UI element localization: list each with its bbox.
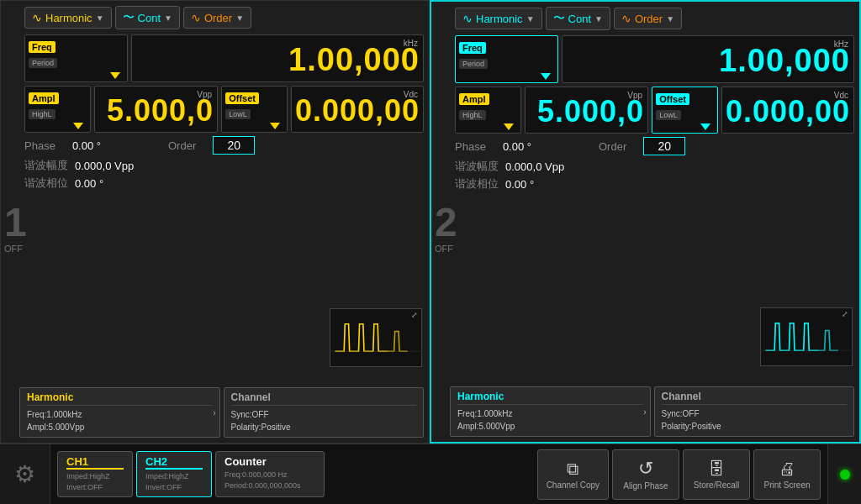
- ch2-tab[interactable]: CH2 Imped:HighZ Invert:OFF: [136, 451, 212, 496]
- print-screen-button[interactable]: 🖨 Print Screen: [753, 449, 821, 500]
- ch1-harmonic-phase-row: 谐波相位 0.00 °: [24, 176, 424, 191]
- channel-2-panel: 2 OFF ∿ Harmonic ▼ 〜 Cont ▼ ∿: [430, 0, 861, 444]
- ch1-channel-card[interactable]: Channel Sync:OFF Polarity:Positive: [224, 387, 425, 438]
- ch1-waveform-preview[interactable]: ⤢: [330, 308, 422, 367]
- ch2-freq-block[interactable]: Freq Period: [455, 35, 558, 83]
- ch1-offset-unit: Vdc: [404, 90, 418, 99]
- channel-tabs: CH1 Imped:HighZ Invert:OFF CH2 Imped:Hig…: [50, 448, 331, 500]
- store-recall-icon: 🗄: [708, 459, 725, 479]
- align-phase-icon: ↺: [638, 458, 653, 480]
- ch2-offset-unit: Vdc: [834, 91, 848, 100]
- channels-row: 1 OFF ∿ Harmonic ▼ 〜 Cont ▼ ∿: [0, 0, 861, 444]
- ch2-card1-title: Harmonic: [457, 391, 643, 405]
- gear-button[interactable]: ⚙: [0, 444, 50, 505]
- ch2-waveform-preview[interactable]: ⤢: [760, 307, 853, 366]
- ch1-cont-icon: 〜: [123, 10, 135, 25]
- ch1-freq-number: 1.00,000: [135, 42, 420, 78]
- ch2-offset-number: 0.000,00: [726, 94, 850, 129]
- ch1-wave-icon: ∿: [32, 11, 42, 24]
- channel-2-content: ∿ Harmonic ▼ 〜 Cont ▼ ∿ Order ▼: [455, 7, 854, 192]
- ch2-ampl-value-block[interactable]: Vpp 5.000,0: [525, 87, 648, 134]
- ch1-harmonic-ampl-row: 谐波幅度 0.000,0 Vpp: [24, 158, 424, 173]
- ch1-highl-label: HighL: [29, 109, 55, 119]
- ch1-order-icon: ∿: [191, 11, 201, 24]
- ch1-tab-imped: Imped:HighZ: [66, 471, 124, 482]
- counter-tab[interactable]: Counter Freq:0.000,000 Hz Period:0.000,0…: [215, 451, 325, 496]
- green-status-dot: [840, 470, 850, 480]
- ch1-card1-freq: Freq:1.000kHz: [27, 408, 213, 421]
- ch1-ampl-value-block[interactable]: Vpp 5.000,0: [94, 86, 218, 133]
- ch1-harmonic-phase-value: 0.00 °: [75, 177, 103, 190]
- ch2-order-btn[interactable]: ∿ Order ▼: [614, 8, 682, 29]
- ch1-cont-label: Cont: [138, 12, 161, 24]
- ch1-card1-arrow: ›: [213, 408, 215, 417]
- ch2-channel-card[interactable]: Channel Sync:OFF Polarity:Positive: [654, 386, 855, 437]
- channel-1-panel: 1 OFF ∿ Harmonic ▼ 〜 Cont ▼ ∿: [0, 0, 430, 444]
- ch2-freq-label: Freq: [459, 42, 486, 54]
- bottom-bar: ⚙ CH1 Imped:HighZ Invert:OFF CH2 Imped:H…: [0, 444, 861, 504]
- ch1-waveform-svg: [330, 309, 421, 366]
- channel-1-content: ∿ Harmonic ▼ 〜 Cont ▼ ∿ Order ▼: [24, 6, 424, 191]
- ch1-card2-polarity: Polarity:Positive: [231, 421, 417, 433]
- counter-tab-header: Counter: [224, 455, 315, 468]
- ch2-expand-icon[interactable]: ⤢: [842, 310, 848, 318]
- ch1-phase-label: Phase: [24, 139, 55, 152]
- ch2-period-label: Period: [459, 59, 488, 69]
- ch1-offset-triangle: [270, 123, 280, 129]
- ch2-offset-triangle: [700, 123, 710, 130]
- ch1-cont-arrow: ▼: [164, 13, 172, 23]
- ch2-harmonic-ampl-label: 谐波幅度: [455, 159, 499, 174]
- ch2-ampl-row: Ampl HighL Vpp 5.000,0 Offset: [455, 87, 854, 134]
- ch1-harmonic-btn[interactable]: ∿ Harmonic ▼: [24, 7, 112, 29]
- ch1-freq-value-block[interactable]: kHz 1.00,000: [131, 34, 424, 82]
- ch1-harmonic-label: Harmonic: [45, 12, 92, 24]
- ch2-freq-value-block[interactable]: kHz 1.00,000: [562, 35, 854, 83]
- ch2-order-arrow: ▼: [666, 14, 674, 24]
- store-recall-label: Store/Recall: [694, 480, 739, 490]
- ch2-order-input[interactable]: [643, 137, 685, 155]
- ch1-tab[interactable]: CH1 Imped:HighZ Invert:OFF: [57, 451, 133, 496]
- ch2-offset-label-block[interactable]: Offset LowL: [652, 87, 718, 134]
- ch1-order-label: Order: [168, 139, 196, 152]
- align-phase-button[interactable]: ↺ Align Phase: [612, 449, 679, 500]
- ch2-harmonic-btn[interactable]: ∿ Harmonic ▼: [455, 8, 542, 29]
- ch1-harmonic-ampl-value: 0.000,0 Vpp: [75, 160, 134, 172]
- ch2-harmonic-card[interactable]: Harmonic Freq:1.000kHz Ampl:5.000Vpp ›: [450, 386, 651, 437]
- ch2-offset-value-block[interactable]: Vdc 0.000,00: [721, 87, 854, 134]
- store-recall-button[interactable]: 🗄 Store/Recall: [683, 449, 750, 500]
- ch1-tab-invert: Invert:OFF: [66, 482, 124, 493]
- ch1-order-input[interactable]: [213, 136, 255, 155]
- ch1-freq-block[interactable]: Freq Period: [24, 34, 128, 82]
- ch2-tab-header: CH2: [145, 455, 203, 470]
- ch1-order-label: Order: [204, 12, 232, 24]
- ch2-ampl-block[interactable]: Ampl HighL: [455, 87, 521, 134]
- ch1-offset-value-block[interactable]: Vdc 0.000,00: [291, 86, 424, 133]
- ch2-order-label: Order: [635, 13, 663, 25]
- ch1-offset-label-block[interactable]: Offset LowL: [221, 86, 288, 133]
- ch2-cont-btn[interactable]: 〜 Cont ▼: [546, 7, 610, 30]
- ch1-order-arrow: ▼: [235, 13, 244, 23]
- ch1-ampl-unit: Vpp: [197, 90, 212, 99]
- ch2-harmonic-ampl-value: 0.000,0 Vpp: [505, 160, 564, 173]
- ch1-offset-label: Offset: [225, 92, 259, 104]
- main-container: 1 OFF ∿ Harmonic ▼ 〜 Cont ▼ ∿: [0, 0, 861, 504]
- channel-copy-button[interactable]: ⧉ Channel Copy: [537, 449, 609, 500]
- ch1-ampl-block[interactable]: Ampl HighL: [24, 86, 91, 133]
- ch2-toolbar: ∿ Harmonic ▼ 〜 Cont ▼ ∿ Order ▼: [455, 7, 854, 30]
- ch1-order-btn[interactable]: ∿ Order ▼: [183, 7, 251, 29]
- ch1-card2-sync: Sync:OFF: [231, 408, 417, 421]
- ch2-card1-freq: Freq:1.000kHz: [457, 407, 643, 420]
- ch2-freq-triangle: [541, 73, 551, 80]
- ch1-harmonic-card[interactable]: Harmonic Freq:1.000kHz Ampl:5.000Vpp ›: [19, 387, 220, 438]
- ch2-display-row: Freq Period kHz 1.00,000: [455, 35, 854, 83]
- ch1-cont-btn[interactable]: 〜 Cont ▼: [115, 6, 180, 29]
- ch2-offset-label: Offset: [656, 93, 689, 105]
- ch1-expand-icon[interactable]: ⤢: [411, 311, 418, 319]
- ch1-tab-header: CH1: [66, 455, 124, 470]
- ch1-card1-title: Harmonic: [27, 391, 213, 406]
- ch1-ampl-triangle: [73, 123, 83, 129]
- ch2-freq-unit: kHz: [834, 39, 848, 49]
- ch2-wave-icon: ∿: [462, 12, 473, 25]
- ch1-display-row: Freq Period kHz 1.00,000: [24, 34, 424, 82]
- ch2-card2-sync: Sync:OFF: [662, 407, 848, 420]
